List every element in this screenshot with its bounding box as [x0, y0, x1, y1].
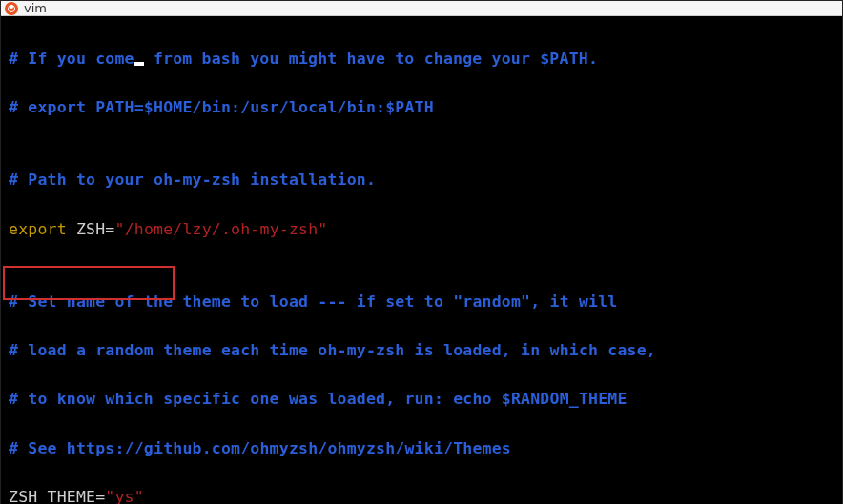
titlebar[interactable]: vim — [1, 1, 842, 16]
var-name: ZSH= — [76, 220, 115, 238]
ubuntu-icon — [5, 2, 18, 15]
cursor — [134, 62, 144, 66]
space — [67, 220, 76, 238]
string-literal: "ys" — [105, 488, 144, 504]
editor-line: # export PATH=$HOME/bin:/usr/local/bin:$… — [9, 95, 834, 120]
editor-line: # Set name of the theme to load --- if s… — [9, 290, 834, 314]
string-literal: "/home/lzy/.oh-my-zsh" — [115, 220, 328, 238]
comment-text: # If you come — [9, 50, 134, 68]
var-name: ZSH_THEME= — [9, 488, 105, 504]
editor-line: export ZSH="/home/lzy/.oh-my-zsh" — [9, 217, 834, 242]
window-title: vim — [24, 1, 47, 15]
comment-text: from bash you might have to change your … — [144, 50, 598, 68]
editor-line: # load a random theme each time oh-my-zs… — [9, 338, 834, 363]
keyword-export: export — [9, 220, 67, 238]
terminal-editor[interactable]: # If you come from bash you might have t… — [1, 16, 842, 504]
editor-line: # See https://github.com/ohmyzsh/ohmyzsh… — [9, 436, 834, 461]
editor-line: # Path to your oh-my-zsh installation. — [9, 168, 834, 192]
editor-line: ZSH_THEME="ys" — [9, 485, 834, 504]
editor-line: # If you come from bash you might have t… — [9, 47, 834, 71]
vim-window: vim # If you come from bash you might ha… — [0, 0, 843, 504]
editor-line: # to know which specific one was loaded,… — [9, 387, 834, 412]
